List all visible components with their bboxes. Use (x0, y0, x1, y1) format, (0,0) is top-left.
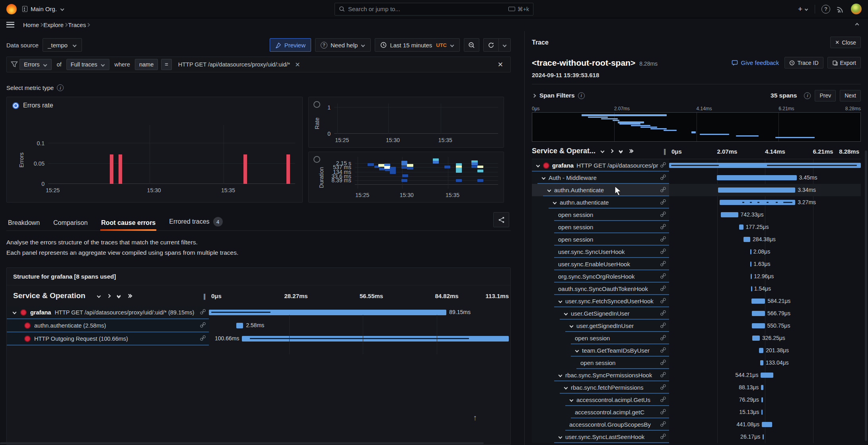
breadcrumb-traces[interactable]: Traces (68, 21, 86, 28)
info-icon[interactable]: i (57, 84, 64, 91)
refresh-interval-dropdown[interactable] (498, 38, 511, 52)
structure-span-name[interactable]: HTTP Outgoing Request (100.66ms) (7, 332, 209, 345)
link-icon[interactable] (660, 335, 666, 340)
span-name[interactable]: open session (532, 332, 669, 344)
refresh-button[interactable] (483, 38, 498, 52)
global-search-input[interactable]: Search or jump to... ⌘+k (335, 3, 533, 16)
span-name[interactable]: open session (532, 357, 669, 369)
link-icon[interactable] (660, 285, 666, 291)
span-name[interactable]: team.GetTeamIDsByUser (532, 344, 669, 357)
span-row[interactable]: authn.Authenticate3.34ms (532, 184, 861, 196)
link-icon[interactable] (660, 433, 666, 439)
rate-chart[interactable]: 1015:2515:3015:35 (334, 103, 498, 134)
scroll-top-icon[interactable]: ↑ (473, 413, 477, 422)
span-duration-bar[interactable] (759, 348, 764, 353)
span-duration-bar[interactable] (760, 360, 763, 365)
structure-row[interactable]: HTTP Outgoing Request (100.66ms)100.66ms (7, 332, 510, 345)
errors-rate-radio[interactable] (12, 102, 19, 109)
span-duration-bar[interactable] (236, 323, 243, 328)
chevron-down-icon[interactable] (553, 201, 557, 205)
chevron-down-icon[interactable] (547, 188, 551, 192)
column-resize-handle[interactable]: ∥ (203, 293, 207, 300)
link-icon[interactable] (660, 224, 666, 229)
span-row[interactable]: open session133.04μs (532, 357, 861, 369)
span-duration-bar[interactable] (739, 224, 743, 230)
filter-field-select[interactable]: Errors (19, 59, 52, 70)
span-name[interactable]: authn.Authenticate (532, 184, 669, 196)
link-icon[interactable] (660, 384, 666, 390)
link-icon[interactable] (660, 248, 666, 254)
errors-chart[interactable]: 0.10.05015:2515:3015:35 (48, 125, 295, 184)
span-duration-bar[interactable] (751, 274, 752, 279)
filter-value[interactable]: HTTP GET /api/datasources/proxy/uid/:uid… (178, 61, 290, 68)
chevron-down-icon[interactable] (559, 373, 562, 377)
span-duration-bar[interactable] (752, 323, 765, 328)
link-icon[interactable] (660, 211, 666, 217)
preview-button[interactable]: Preview (270, 38, 311, 52)
info-icon[interactable]: i (804, 92, 811, 99)
link-icon[interactable] (660, 187, 666, 192)
span-row[interactable]: open session177.25μs (532, 221, 861, 233)
span-duration-bar[interactable] (721, 212, 738, 217)
span-row[interactable]: authn.authenticate3.27ms (532, 196, 861, 209)
next-button[interactable]: Next (840, 90, 861, 101)
chevron-down-icon[interactable] (564, 386, 568, 390)
span-name[interactable]: user.sync.SyncUserHook (532, 246, 669, 258)
span-duration-bar[interactable] (717, 175, 797, 180)
org-switcher[interactable]: Main Org. (31, 6, 57, 12)
chevron-down-icon[interactable] (13, 310, 17, 314)
help-icon[interactable]: ? (821, 5, 830, 14)
span-row[interactable]: open session742.33μs (532, 209, 861, 221)
span-name[interactable]: oauth.sync.SyncOauthTokenHook (532, 283, 669, 295)
collapse-up-icon[interactable] (855, 23, 859, 27)
chevron-down-icon[interactable] (559, 435, 562, 439)
span-duration-bar[interactable] (752, 311, 765, 316)
tab-root-cause-errors[interactable]: Root cause errors (100, 216, 156, 230)
span-duration-bar[interactable] (761, 397, 763, 402)
zoom-out-button[interactable] (464, 38, 479, 52)
explore-scrollbar[interactable] (0, 442, 484, 444)
span-name[interactable]: rbac.sync.SyncPermissionsHook (532, 369, 669, 381)
rate-radio[interactable] (313, 101, 320, 108)
link-icon[interactable] (200, 335, 206, 341)
chevron-down-icon[interactable] (570, 398, 574, 402)
span-row[interactable]: user.sync.EnableUserHook1.63μs (532, 258, 861, 270)
span-row[interactable]: open session326.25μs (532, 332, 861, 344)
span-duration-bar[interactable] (669, 163, 861, 168)
filter-operator[interactable]: = (161, 59, 171, 70)
give-feedback-link[interactable]: Give feedback (732, 59, 779, 66)
span-duration-bar[interactable] (718, 187, 795, 193)
filter-name-key[interactable]: name (135, 59, 158, 70)
span-name[interactable]: open session (532, 221, 669, 233)
span-row[interactable]: open session284.38μs (532, 233, 861, 246)
remove-filter-icon[interactable]: ✕ (293, 61, 302, 68)
span-row[interactable]: user.getSignedInUser550.75μs (532, 320, 861, 332)
structure-span-name[interactable]: authn.authenticate (2.58ms) (7, 319, 209, 332)
span-name[interactable]: rbac.sync.fetchPermissions (532, 381, 669, 394)
span-duration-bar[interactable] (209, 310, 446, 315)
span-duration-bar[interactable] (762, 422, 772, 427)
chevron-down-icon[interactable] (542, 176, 546, 180)
link-icon[interactable] (660, 199, 666, 205)
duration-heatmap[interactable]: 2.15 s537 ms134 ms33.6 ms8.39 ms15:2515:… (355, 157, 498, 189)
span-duration-bar[interactable] (761, 373, 773, 378)
trace-id-button[interactable]: Trace ID (784, 57, 823, 68)
grafana-logo-icon[interactable] (6, 4, 17, 14)
structure-row[interactable]: authn.authenticate (2.58ms)2.58ms (7, 319, 510, 332)
span-duration-bar[interactable] (752, 336, 760, 341)
span-duration-bar[interactable] (763, 434, 764, 439)
column-resize-handle[interactable]: ∥ (664, 148, 667, 155)
org-chevron-down-icon[interactable] (60, 7, 64, 11)
link-icon[interactable] (660, 359, 666, 365)
span-name[interactable]: user.sync.EnableUserHook (532, 258, 669, 270)
expand-all-icon[interactable] (127, 295, 132, 297)
prev-button[interactable]: Prev (815, 90, 836, 101)
trace-minimap[interactable] (532, 112, 861, 142)
filter-scope-select[interactable]: Full traces (66, 59, 110, 70)
span-duration-bar[interactable] (761, 410, 763, 415)
link-icon[interactable] (660, 421, 666, 427)
span-row[interactable]: rbac.sync.fetchPermissions88.13μs (532, 381, 861, 394)
span-row[interactable]: rbac.sync.SyncPermissionsHook544.21μs (532, 369, 861, 381)
tab-comparison[interactable]: Comparison (53, 216, 88, 230)
breadcrumb-home[interactable]: Home (23, 21, 39, 28)
